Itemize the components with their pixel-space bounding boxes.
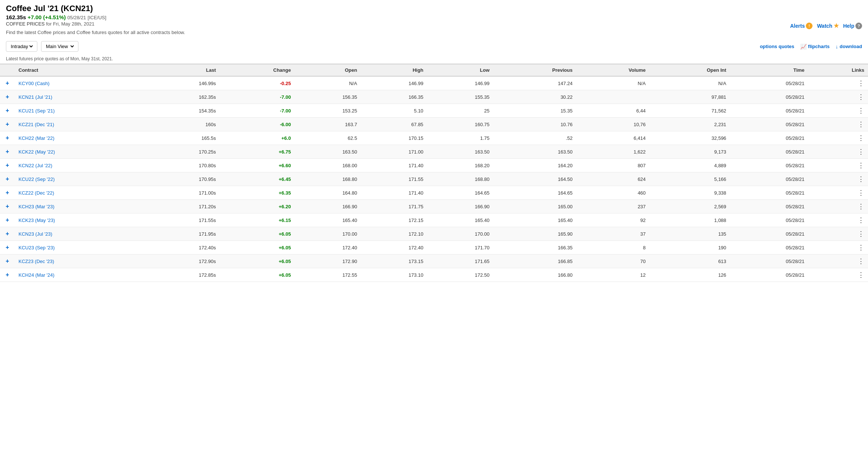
- expand-icon[interactable]: +: [0, 227, 15, 241]
- expand-icon[interactable]: +: [0, 118, 15, 131]
- links-menu[interactable]: ⋮: [808, 172, 868, 186]
- previous-price: 166.85: [493, 255, 576, 268]
- expand-icon[interactable]: +: [0, 76, 15, 90]
- contract-name[interactable]: KCU23 (Sep '23): [15, 241, 146, 255]
- links-menu[interactable]: ⋮: [808, 159, 868, 172]
- links-menu[interactable]: ⋮: [808, 90, 868, 104]
- col-header-volume: Volume: [576, 64, 649, 76]
- table-row: +KCN23 (Jul '23)171.95s+6.05170.00172.10…: [0, 227, 868, 241]
- main-view-select[interactable]: Main View All Options: [44, 43, 75, 50]
- volume: 1,622: [576, 145, 649, 159]
- volume: 460: [576, 186, 649, 200]
- price-change: -0.25: [220, 76, 295, 90]
- open-interest: 190: [649, 241, 730, 255]
- col-header-open: Open: [295, 64, 361, 76]
- expand-icon[interactable]: +: [0, 131, 15, 145]
- table-row: +KCH24 (Mar '24)172.85s+6.05172.55173.10…: [0, 268, 868, 282]
- expand-icon[interactable]: +: [0, 200, 15, 213]
- volume: 10,76: [576, 118, 649, 131]
- links-menu[interactable]: ⋮: [808, 213, 868, 227]
- description-text: Find the latest Coffee prices and Coffee…: [0, 28, 868, 38]
- intraday-select[interactable]: Intraday Daily Weekly: [9, 43, 34, 50]
- price-change: +6.05: [220, 268, 295, 282]
- high-price: 146.99: [361, 76, 427, 90]
- previous-price: 10.76: [493, 118, 576, 131]
- watch-link[interactable]: Watch ★: [817, 22, 838, 29]
- contract-name[interactable]: KCZ21 (Dec '21): [15, 118, 146, 131]
- volume: 12: [576, 268, 649, 282]
- contract-name[interactable]: KCZ22 (Dec '22): [15, 186, 146, 200]
- last-price: 170.95s: [146, 172, 219, 186]
- links-menu[interactable]: ⋮: [808, 118, 868, 131]
- download-icon: ↓: [835, 44, 838, 50]
- last-price: 165.5s: [146, 131, 219, 145]
- high-price: 172.40: [361, 241, 427, 255]
- table-row: +KCH22 (Mar '22)165.5s+6.062.5170.151.75…: [0, 131, 868, 145]
- contract-name[interactable]: KCN23 (Jul '23): [15, 227, 146, 241]
- low-price: 168.20: [427, 159, 493, 172]
- download-link[interactable]: ↓ download: [835, 44, 862, 50]
- open-interest: 1,088: [649, 213, 730, 227]
- price-change: +6.15: [220, 213, 295, 227]
- table-row: +KCY00 (Cash)146.99s-0.25N/A146.99146.99…: [0, 76, 868, 90]
- time: 05/28/21: [730, 90, 808, 104]
- alerts-link[interactable]: Alerts !: [790, 23, 813, 29]
- contract-name[interactable]: KCN21 (Jul '21): [15, 90, 146, 104]
- high-price: 67.85: [361, 118, 427, 131]
- expand-icon[interactable]: +: [0, 241, 15, 255]
- links-menu[interactable]: ⋮: [808, 227, 868, 241]
- help-link[interactable]: Help ?: [843, 23, 862, 29]
- contract-name[interactable]: KCH23 (Mar '23): [15, 200, 146, 213]
- open-interest: 32,596: [649, 131, 730, 145]
- star-icon: ★: [834, 22, 839, 29]
- links-menu[interactable]: ⋮: [808, 145, 868, 159]
- main-view-select-box[interactable]: Main View All Options: [41, 41, 78, 52]
- links-menu[interactable]: ⋮: [808, 131, 868, 145]
- low-price: 146.99: [427, 76, 493, 90]
- expand-icon[interactable]: +: [0, 255, 15, 268]
- links-menu[interactable]: ⋮: [808, 255, 868, 268]
- links-menu[interactable]: ⋮: [808, 76, 868, 90]
- expand-icon[interactable]: +: [0, 268, 15, 282]
- low-price: 163.50: [427, 145, 493, 159]
- contract-name[interactable]: KCU22 (Sep '22): [15, 172, 146, 186]
- previous-price: 164.65: [493, 186, 576, 200]
- open-price: 163.50: [295, 145, 361, 159]
- options-quotes-link[interactable]: options quotes: [760, 44, 794, 49]
- contract-name[interactable]: KCH22 (Mar '22): [15, 131, 146, 145]
- contract-name[interactable]: KCK23 (May '23): [15, 213, 146, 227]
- contract-name[interactable]: KCN22 (Jul '22): [15, 159, 146, 172]
- contract-name[interactable]: KCK22 (May '22): [15, 145, 146, 159]
- links-menu[interactable]: ⋮: [808, 241, 868, 255]
- expand-icon[interactable]: +: [0, 90, 15, 104]
- expand-icon[interactable]: +: [0, 213, 15, 227]
- help-icon: ?: [855, 23, 862, 29]
- expand-icon[interactable]: +: [0, 172, 15, 186]
- high-price: 166.35: [361, 90, 427, 104]
- previous-price: 164.20: [493, 159, 576, 172]
- contract-name[interactable]: KCY00 (Cash): [15, 76, 146, 90]
- expand-icon[interactable]: +: [0, 145, 15, 159]
- links-menu[interactable]: ⋮: [808, 186, 868, 200]
- open-price: N/A: [295, 76, 361, 90]
- links-menu[interactable]: ⋮: [808, 268, 868, 282]
- previous-price: 147.24: [493, 76, 576, 90]
- last-price: 162.35s: [146, 90, 219, 104]
- intraday-select-box[interactable]: Intraday Daily Weekly: [6, 41, 37, 52]
- last-price: 146.99s: [146, 76, 219, 90]
- expand-icon[interactable]: +: [0, 159, 15, 172]
- contract-name[interactable]: KCU21 (Sep '21): [15, 104, 146, 118]
- links-menu[interactable]: ⋮: [808, 104, 868, 118]
- price-change: +6.0: [220, 131, 295, 145]
- expand-icon[interactable]: +: [0, 104, 15, 118]
- links-menu[interactable]: ⋮: [808, 200, 868, 213]
- flipcharts-link[interactable]: 📈 flipcharts: [800, 44, 830, 50]
- price-change: +6.05: [220, 255, 295, 268]
- contract-name[interactable]: KCZ23 (Dec '23): [15, 255, 146, 268]
- col-header-time: Time: [730, 64, 808, 76]
- open-price: 172.90: [295, 255, 361, 268]
- last-price: 170.80s: [146, 159, 219, 172]
- as-of-text: Latest futures price quotes as of Mon, M…: [0, 55, 868, 64]
- contract-name[interactable]: KCH24 (Mar '24): [15, 268, 146, 282]
- expand-icon[interactable]: +: [0, 186, 15, 200]
